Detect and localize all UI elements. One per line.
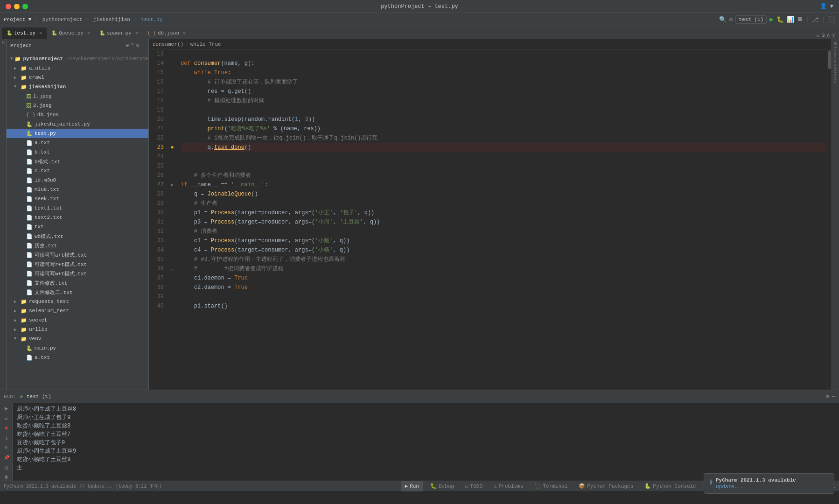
code-line-17: res = q.get() — [181, 87, 827, 96]
settings-icon[interactable]: ⚙ — [729, 16, 733, 23]
file-tab-test[interactable]: 🐍 test.py ✕ — [2, 28, 47, 39]
tree-testpy[interactable]: 🐍 test.py — [7, 129, 148, 138]
run-again-icon[interactable]: ▶ — [2, 405, 11, 412]
toolbar-project-label[interactable]: Project ▼ — [4, 17, 31, 22]
tree-urllib[interactable]: ▶ 📁 urllib — [7, 325, 148, 334]
maximize-button[interactable] — [22, 4, 28, 9]
settings-icon[interactable]: ⚙ — [136, 42, 140, 49]
tree-root[interactable]: ▼ 📁 pythonProject ~/PycharmProjects/pyth… — [7, 54, 148, 63]
hide-icon[interactable]: — — [141, 42, 145, 49]
tree-text1[interactable]: 📄 text1.txt — [7, 203, 148, 213]
close-button[interactable] — [6, 4, 11, 9]
toolbar-tab-project[interactable]: pythonProject — [42, 17, 83, 22]
editor-scrollbar[interactable] — [827, 49, 832, 390]
tree-rw-wt[interactable]: 📄 可读可写w+t模式.txt — [7, 269, 148, 278]
close-tab-dbjson[interactable]: ✕ — [183, 30, 186, 36]
tree-rw-rt[interactable]: 📄 可读可写r+t模式.txt — [7, 259, 148, 269]
output-line-3: 吃货小戴吃了土豆丝8 — [17, 422, 835, 430]
clear-icon[interactable]: 🗑 — [2, 474, 11, 481]
tree-atxt[interactable]: 📄 a.txt — [7, 138, 148, 147]
breadcrumb-consumer[interactable]: consumer() — [153, 42, 183, 47]
run-config-label[interactable]: test (1) — [735, 15, 767, 24]
tree-1jpeg[interactable]: 🖼 1.jpeg — [7, 91, 148, 101]
expand-icon[interactable]: ∧ — [827, 32, 830, 39]
search-icon[interactable]: 🔍 — [719, 16, 727, 23]
pin-icon[interactable]: 📌 — [2, 454, 11, 461]
toolbar-tab-jieke[interactable]: jiekeshijian — [93, 17, 130, 22]
breadcrumb-while[interactable]: while True — [190, 42, 221, 47]
status-tab-python-packages[interactable]: 📦 Python Packages — [575, 481, 637, 491]
tree-wbmodtxt[interactable]: 📄 wb模式.txt — [7, 231, 148, 241]
status-tab-problems[interactable]: ⚠ Problems — [490, 481, 527, 491]
txt-icon: 📄 — [26, 215, 33, 221]
minimap-icon[interactable]: ▦ — [834, 41, 837, 45]
tree-atxt2[interactable]: 📄 a.txt — [7, 353, 148, 362]
run-gutter-icon[interactable]: ▶ — [171, 182, 174, 188]
tree-ldm3u8[interactable]: 📄 ld.m3u8 — [7, 175, 148, 185]
stop-run-icon[interactable]: ■ — [2, 425, 11, 432]
debug-icon[interactable]: 🐛 — [776, 16, 784, 23]
tree-selenium-test[interactable]: ▶ 📁 selenium_test — [7, 306, 148, 315]
tree-historytxt[interactable]: 📄 历史.txt — [7, 241, 148, 250]
tree-filemod[interactable]: 📄 文件修改.txt — [7, 278, 148, 287]
status-tab-terminal[interactable]: ⬛ Terminal — [531, 481, 571, 491]
tree-requests-test[interactable]: ▶ 📁 requests_test — [7, 297, 148, 306]
tree-txt[interactable]: 📄 txt — [7, 222, 148, 231]
sidebar: Project ⊕ ≡ ⚙ — ▼ 📁 pythonProject ~/Pych… — [7, 39, 149, 390]
print-icon[interactable]: 🖨 — [2, 464, 11, 471]
rerun-icon[interactable]: ↺ — [2, 415, 11, 422]
collapse-icon[interactable]: ∨ — [832, 32, 835, 39]
close-tab-test[interactable]: ✕ — [39, 30, 42, 36]
minimize-button[interactable] — [14, 4, 20, 9]
terminal-icon[interactable]: ⬛ — [828, 16, 835, 23]
file-tab-queue[interactable]: 🐍 Queue.py ✕ — [47, 28, 95, 39]
status-tab-debug[interactable]: 🐛 Debug — [426, 481, 458, 491]
code-content[interactable]: def consumer(name, g): while True: # 订单都… — [177, 49, 827, 390]
sort-icon[interactable]: ≡ — [131, 42, 134, 49]
tree-mainpy[interactable]: 🐍 main.py — [7, 343, 148, 353]
tree-filemod2[interactable]: 📄 文件修改二.txt — [7, 287, 148, 297]
stop-icon[interactable]: ⏹ — [797, 16, 803, 23]
tree-seektxt[interactable]: 📄 seek.txt — [7, 194, 148, 203]
tree-item-label: requests_test — [29, 299, 69, 304]
tree-m3u8txt[interactable]: 📄 m3u8.txt — [7, 185, 148, 194]
tree-a-utils[interactable]: ▶ 📁 a_utils — [7, 63, 148, 73]
notification-link[interactable]: Update... — [716, 484, 743, 490]
scroll-end-icon[interactable]: ⤓ — [2, 434, 11, 441]
tree-dbjson[interactable]: { } db.json — [7, 110, 148, 119]
settings-icon[interactable]: ⚙ — [826, 393, 829, 400]
status-tab-todo[interactable]: ☑ TODO — [461, 481, 486, 491]
tree-crawl[interactable]: ▶ 📁 crawl — [7, 73, 148, 82]
tree-socket[interactable]: ▶ 📁 socket — [7, 315, 148, 325]
close-tab-queue[interactable]: ✕ — [87, 30, 90, 36]
add-icon[interactable]: ⊕ — [126, 42, 129, 49]
scrollbar-thumb[interactable] — [828, 50, 831, 69]
run-icon[interactable]: ▶ — [769, 15, 773, 23]
status-tab-run[interactable]: ▶ Run — [401, 481, 423, 491]
account-icon[interactable]: 👤 ▼ — [820, 3, 833, 10]
tree-bmodtxt[interactable]: 📄 b模式.txt — [7, 157, 148, 166]
tree-2jpeg[interactable]: 🖼 2.jpeg — [7, 101, 148, 110]
toolbar-tab-file[interactable]: test.py — [141, 17, 162, 22]
tree-ctxt[interactable]: 📄 c.txt — [7, 166, 148, 175]
close-tab-spawn[interactable]: ✕ — [135, 30, 138, 36]
run-with-coverage-icon[interactable]: 📊 — [787, 16, 794, 23]
tree-text2[interactable]: 📄 text2.txt — [7, 213, 148, 222]
tree-btxt[interactable]: 📄 b.txt — [7, 147, 148, 157]
code-line-13 — [181, 49, 827, 59]
file-tab-spawn[interactable]: 🐍 spawn.py ✕ — [95, 28, 143, 39]
tree-venv[interactable]: ▼ 📁 venv — [7, 334, 148, 343]
sort-icon[interactable]: ≡ — [2, 444, 11, 451]
tree-jikeshijaintest[interactable]: 🐍 jikeshijaintest.py — [7, 119, 148, 129]
code-editor[interactable]: 13 14 15 16 17 18 19 20 21 22 23 24 25 2… — [149, 49, 832, 390]
structure-icon[interactable]: S — [1, 41, 6, 43]
git-icon[interactable]: GitView — [833, 67, 838, 83]
tree-rw-at[interactable]: 📄 可读可写a+t模式.txt — [7, 250, 148, 259]
tree-jiekeshijian[interactable]: ▼ 📁 jiekeshijian — [7, 82, 148, 91]
git-icon[interactable]: ⎇ — [812, 16, 819, 23]
close-panel-icon[interactable]: — — [832, 393, 835, 400]
structure-icon[interactable]: Structure — [833, 46, 838, 66]
file-tab-dbjson[interactable]: { } db.json ✕ — [143, 28, 190, 39]
status-tab-python-console[interactable]: 🐍 Python Console — [641, 481, 699, 491]
comment-icon: … — [171, 257, 173, 262]
